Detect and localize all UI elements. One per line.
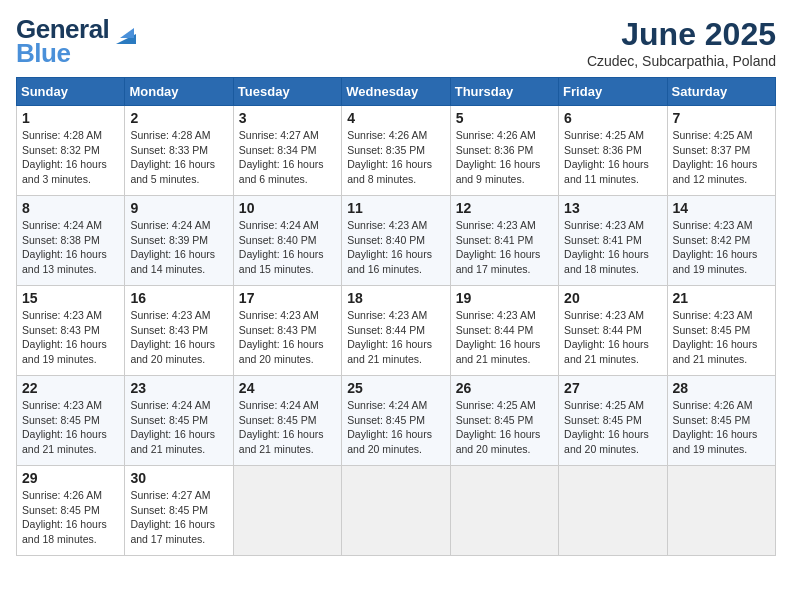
calendar-cell: 23Sunrise: 4:24 AMSunset: 8:45 PMDayligh… (125, 376, 233, 466)
weekday-header-tuesday: Tuesday (233, 78, 341, 106)
calendar-cell: 28Sunrise: 4:26 AMSunset: 8:45 PMDayligh… (667, 376, 775, 466)
day-number: 5 (456, 110, 553, 126)
day-info: Sunrise: 4:26 AMSunset: 8:36 PMDaylight:… (456, 128, 553, 187)
calendar-cell: 13Sunrise: 4:23 AMSunset: 8:41 PMDayligh… (559, 196, 667, 286)
weekday-header-monday: Monday (125, 78, 233, 106)
day-info: Sunrise: 4:23 AMSunset: 8:43 PMDaylight:… (239, 308, 336, 367)
day-info: Sunrise: 4:28 AMSunset: 8:33 PMDaylight:… (130, 128, 227, 187)
day-info: Sunrise: 4:26 AMSunset: 8:35 PMDaylight:… (347, 128, 444, 187)
day-info: Sunrise: 4:23 AMSunset: 8:40 PMDaylight:… (347, 218, 444, 277)
day-number: 13 (564, 200, 661, 216)
calendar-cell: 20Sunrise: 4:23 AMSunset: 8:44 PMDayligh… (559, 286, 667, 376)
logo: General Blue (16, 16, 136, 69)
day-info: Sunrise: 4:24 AMSunset: 8:40 PMDaylight:… (239, 218, 336, 277)
calendar-cell: 17Sunrise: 4:23 AMSunset: 8:43 PMDayligh… (233, 286, 341, 376)
calendar-cell: 25Sunrise: 4:24 AMSunset: 8:45 PMDayligh… (342, 376, 450, 466)
day-info: Sunrise: 4:28 AMSunset: 8:32 PMDaylight:… (22, 128, 119, 187)
day-info: Sunrise: 4:25 AMSunset: 8:37 PMDaylight:… (673, 128, 770, 187)
day-number: 24 (239, 380, 336, 396)
location: Czudec, Subcarpathia, Poland (587, 53, 776, 69)
calendar-cell: 1Sunrise: 4:28 AMSunset: 8:32 PMDaylight… (17, 106, 125, 196)
day-number: 4 (347, 110, 444, 126)
day-info: Sunrise: 4:24 AMSunset: 8:39 PMDaylight:… (130, 218, 227, 277)
calendar-cell: 12Sunrise: 4:23 AMSunset: 8:41 PMDayligh… (450, 196, 558, 286)
day-number: 22 (22, 380, 119, 396)
calendar-cell: 10Sunrise: 4:24 AMSunset: 8:40 PMDayligh… (233, 196, 341, 286)
day-number: 12 (456, 200, 553, 216)
day-info: Sunrise: 4:24 AMSunset: 8:45 PMDaylight:… (239, 398, 336, 457)
day-number: 29 (22, 470, 119, 486)
day-number: 21 (673, 290, 770, 306)
day-number: 18 (347, 290, 444, 306)
title-block: June 2025 Czudec, Subcarpathia, Poland (587, 16, 776, 69)
day-info: Sunrise: 4:27 AMSunset: 8:45 PMDaylight:… (130, 488, 227, 547)
calendar-cell: 14Sunrise: 4:23 AMSunset: 8:42 PMDayligh… (667, 196, 775, 286)
week-row-5: 29Sunrise: 4:26 AMSunset: 8:45 PMDayligh… (17, 466, 776, 556)
calendar-cell: 11Sunrise: 4:23 AMSunset: 8:40 PMDayligh… (342, 196, 450, 286)
day-number: 19 (456, 290, 553, 306)
week-row-4: 22Sunrise: 4:23 AMSunset: 8:45 PMDayligh… (17, 376, 776, 466)
day-number: 3 (239, 110, 336, 126)
calendar-cell (667, 466, 775, 556)
day-number: 27 (564, 380, 661, 396)
calendar-cell: 8Sunrise: 4:24 AMSunset: 8:38 PMDaylight… (17, 196, 125, 286)
weekday-header-row: SundayMondayTuesdayWednesdayThursdayFrid… (17, 78, 776, 106)
calendar-cell: 6Sunrise: 4:25 AMSunset: 8:36 PMDaylight… (559, 106, 667, 196)
day-number: 6 (564, 110, 661, 126)
day-info: Sunrise: 4:23 AMSunset: 8:41 PMDaylight:… (564, 218, 661, 277)
svg-marker-1 (120, 28, 134, 38)
calendar-cell: 4Sunrise: 4:26 AMSunset: 8:35 PMDaylight… (342, 106, 450, 196)
calendar-cell: 7Sunrise: 4:25 AMSunset: 8:37 PMDaylight… (667, 106, 775, 196)
day-info: Sunrise: 4:23 AMSunset: 8:44 PMDaylight:… (564, 308, 661, 367)
day-info: Sunrise: 4:26 AMSunset: 8:45 PMDaylight:… (673, 398, 770, 457)
weekday-header-sunday: Sunday (17, 78, 125, 106)
calendar-cell: 30Sunrise: 4:27 AMSunset: 8:45 PMDayligh… (125, 466, 233, 556)
calendar-cell: 22Sunrise: 4:23 AMSunset: 8:45 PMDayligh… (17, 376, 125, 466)
day-info: Sunrise: 4:23 AMSunset: 8:42 PMDaylight:… (673, 218, 770, 277)
calendar-cell: 2Sunrise: 4:28 AMSunset: 8:33 PMDaylight… (125, 106, 233, 196)
day-number: 8 (22, 200, 119, 216)
calendar: SundayMondayTuesdayWednesdayThursdayFrid… (16, 77, 776, 556)
calendar-cell: 27Sunrise: 4:25 AMSunset: 8:45 PMDayligh… (559, 376, 667, 466)
day-info: Sunrise: 4:25 AMSunset: 8:45 PMDaylight:… (564, 398, 661, 457)
day-info: Sunrise: 4:23 AMSunset: 8:45 PMDaylight:… (22, 398, 119, 457)
day-info: Sunrise: 4:24 AMSunset: 8:38 PMDaylight:… (22, 218, 119, 277)
week-row-2: 8Sunrise: 4:24 AMSunset: 8:38 PMDaylight… (17, 196, 776, 286)
day-info: Sunrise: 4:23 AMSunset: 8:43 PMDaylight:… (22, 308, 119, 367)
calendar-cell: 26Sunrise: 4:25 AMSunset: 8:45 PMDayligh… (450, 376, 558, 466)
week-row-1: 1Sunrise: 4:28 AMSunset: 8:32 PMDaylight… (17, 106, 776, 196)
week-row-3: 15Sunrise: 4:23 AMSunset: 8:43 PMDayligh… (17, 286, 776, 376)
calendar-cell: 29Sunrise: 4:26 AMSunset: 8:45 PMDayligh… (17, 466, 125, 556)
day-number: 20 (564, 290, 661, 306)
day-number: 30 (130, 470, 227, 486)
day-info: Sunrise: 4:25 AMSunset: 8:45 PMDaylight:… (456, 398, 553, 457)
day-info: Sunrise: 4:23 AMSunset: 8:43 PMDaylight:… (130, 308, 227, 367)
calendar-cell: 19Sunrise: 4:23 AMSunset: 8:44 PMDayligh… (450, 286, 558, 376)
calendar-cell: 15Sunrise: 4:23 AMSunset: 8:43 PMDayligh… (17, 286, 125, 376)
day-info: Sunrise: 4:23 AMSunset: 8:44 PMDaylight:… (456, 308, 553, 367)
day-number: 14 (673, 200, 770, 216)
day-number: 15 (22, 290, 119, 306)
weekday-header-saturday: Saturday (667, 78, 775, 106)
day-info: Sunrise: 4:27 AMSunset: 8:34 PMDaylight:… (239, 128, 336, 187)
day-info: Sunrise: 4:23 AMSunset: 8:41 PMDaylight:… (456, 218, 553, 277)
calendar-cell (559, 466, 667, 556)
day-info: Sunrise: 4:23 AMSunset: 8:44 PMDaylight:… (347, 308, 444, 367)
calendar-cell: 18Sunrise: 4:23 AMSunset: 8:44 PMDayligh… (342, 286, 450, 376)
day-info: Sunrise: 4:25 AMSunset: 8:36 PMDaylight:… (564, 128, 661, 187)
day-number: 7 (673, 110, 770, 126)
calendar-cell (450, 466, 558, 556)
day-number: 9 (130, 200, 227, 216)
day-number: 28 (673, 380, 770, 396)
day-number: 10 (239, 200, 336, 216)
calendar-cell: 9Sunrise: 4:24 AMSunset: 8:39 PMDaylight… (125, 196, 233, 286)
calendar-cell: 5Sunrise: 4:26 AMSunset: 8:36 PMDaylight… (450, 106, 558, 196)
calendar-cell: 16Sunrise: 4:23 AMSunset: 8:43 PMDayligh… (125, 286, 233, 376)
calendar-cell (233, 466, 341, 556)
day-number: 25 (347, 380, 444, 396)
page-header: General Blue June 2025 Czudec, Subcarpat… (16, 16, 776, 69)
day-info: Sunrise: 4:23 AMSunset: 8:45 PMDaylight:… (673, 308, 770, 367)
calendar-cell: 3Sunrise: 4:27 AMSunset: 8:34 PMDaylight… (233, 106, 341, 196)
day-number: 11 (347, 200, 444, 216)
day-info: Sunrise: 4:24 AMSunset: 8:45 PMDaylight:… (347, 398, 444, 457)
